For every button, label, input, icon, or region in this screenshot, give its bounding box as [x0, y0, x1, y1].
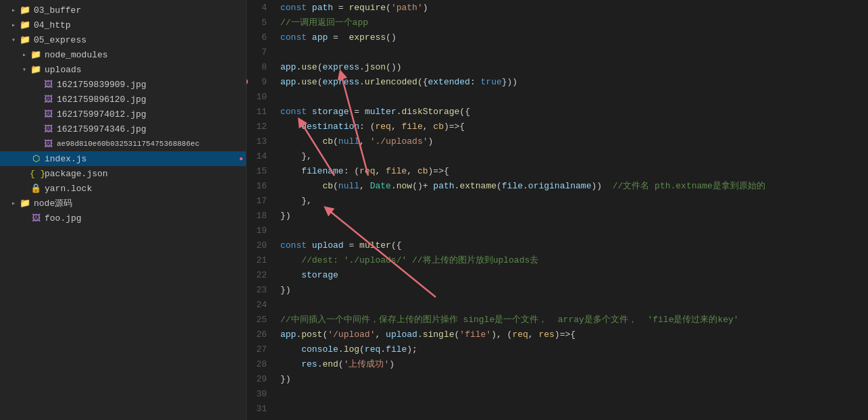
js-icon: ⬡: [30, 153, 42, 164]
folder-icon: 📁: [30, 49, 42, 60]
sidebar-item-foojpg[interactable]: 🖼 foo.jpg: [0, 211, 246, 226]
sidebar-item-indexjs[interactable]: ⬡ index.js ●: [0, 151, 246, 166]
line-content[interactable]: //中间插入一个中间件，保存上传的图片操作 single是一个文件， array…: [275, 312, 868, 327]
line-content[interactable]: [275, 297, 868, 312]
line-content[interactable]: res.end('上传成功'): [275, 357, 868, 371]
line-number: 28: [247, 357, 275, 371]
expand-arrow: [8, 36, 19, 44]
code-line-23: 23 }): [247, 282, 868, 297]
expand-arrow: [8, 21, 19, 29]
modified-indicator: ●: [239, 155, 243, 163]
code-line-24: 24: [247, 297, 868, 312]
line-number: 22: [247, 267, 275, 282]
lock-icon: 🔒: [30, 183, 42, 194]
line-number: 5: [247, 15, 275, 30]
line-number: 8: [247, 59, 275, 74]
sidebar-item-label: foo.jpg: [45, 213, 243, 224]
line-content[interactable]: filename: (req, file, cb)=>{: [275, 163, 868, 178]
sidebar-item-packagejson[interactable]: { } package.json: [0, 166, 246, 181]
code-line-9: 9 app.use(express.urlencoded({extended: …: [247, 74, 868, 89]
line-number: 9: [247, 74, 275, 89]
expand-arrow: [8, 6, 19, 14]
line-content[interactable]: [275, 401, 868, 416]
line-content[interactable]: const upload = multer({: [275, 238, 868, 253]
line-content[interactable]: [275, 45, 868, 59]
code-line-26: 26 app.post('/upload', upload.single('fi…: [247, 327, 868, 342]
line-number: 21: [247, 253, 275, 267]
line-content[interactable]: app.use(express.urlencoded({extended: tr…: [275, 74, 868, 89]
sidebar-item-05_express[interactable]: 📁 05_express: [0, 32, 246, 47]
sidebar-item-03_buffer[interactable]: 📁 03_buffer: [0, 3, 246, 18]
sidebar-item-04_http[interactable]: 📁 04_http: [0, 18, 246, 32]
line-content[interactable]: },: [275, 149, 868, 163]
line-number: 19: [247, 223, 275, 238]
line-content[interactable]: //一调用返回一个app: [275, 15, 868, 30]
code-line-19: 19: [247, 223, 868, 238]
folder-icon: 📁: [19, 20, 31, 30]
jpg-icon: 🖼: [30, 213, 42, 224]
code-line-10: 10: [247, 89, 868, 104]
line-content[interactable]: [275, 223, 868, 238]
sidebar-item-uploads[interactable]: 📁 uploads: [0, 62, 246, 77]
line-number: 13: [247, 134, 275, 149]
line-content[interactable]: },: [275, 193, 868, 208]
line-number: 14: [247, 149, 275, 163]
line-content[interactable]: }): [275, 208, 868, 223]
code-line-13: 13 cb(null, './uploads'): [247, 134, 868, 149]
code-line-29: 29 }): [247, 371, 868, 386]
folder-icon: 📁: [19, 5, 31, 16]
sidebar-item-label: index.js: [45, 154, 236, 164]
sidebar-item-label: package.json: [45, 169, 243, 179]
line-content[interactable]: }): [275, 371, 868, 386]
line-number: 27: [247, 342, 275, 357]
sidebar-item-label: node源码: [34, 197, 243, 209]
code-line-30: 30: [247, 386, 868, 401]
sidebar-item-label: ae98d810e60b032531175475368886ec: [57, 140, 243, 148]
code-editor: 4 const path = require('path') 5 //一调用返回…: [247, 0, 868, 420]
line-number: 31: [247, 401, 275, 416]
line-content[interactable]: cb(null, './uploads'): [275, 134, 868, 149]
sidebar-item-label: 05_express: [34, 35, 243, 45]
line-content[interactable]: const app = express(): [275, 30, 868, 45]
line-content[interactable]: const storage = multer.diskStorage({: [275, 104, 868, 119]
sidebar-item-label: node_modules: [45, 50, 243, 60]
sidebar-item-node-src[interactable]: 📁 node源码: [0, 196, 246, 211]
line-content[interactable]: [275, 386, 868, 401]
sidebar-item-img3[interactable]: 🖼 1621759974012.jpg: [0, 107, 246, 122]
line-number: 29: [247, 371, 275, 386]
line-content[interactable]: app.use(express.json()): [275, 59, 868, 74]
line-content[interactable]: }): [275, 282, 868, 297]
sidebar-item-img1[interactable]: 🖼 1621759839909.jpg: [0, 77, 246, 92]
code-content: 4 const path = require('path') 5 //一调用返回…: [247, 0, 868, 416]
line-content[interactable]: app.post('/upload', upload.single('file'…: [275, 327, 868, 342]
code-line-27: 27 console.log(req.file);: [247, 342, 868, 357]
line-content[interactable]: destination: (req, file, cb)=>{: [275, 119, 868, 134]
sidebar-item-img4[interactable]: 🖼 1621759974346.jpg: [0, 122, 246, 136]
sidebar-item-label: 1621759839909.jpg: [57, 80, 243, 90]
line-content[interactable]: [275, 89, 868, 104]
sidebar-item-label: 1621759974346.jpg: [57, 124, 243, 134]
sidebar-item-node_modules[interactable]: 📁 node_modules: [0, 47, 246, 62]
line-content[interactable]: //dest: './uploads/' //将上传的图片放到uploads去: [275, 253, 868, 267]
code-line-20: 20 const upload = multer({: [247, 238, 868, 253]
folder-icon: 📁: [19, 198, 31, 209]
line-content[interactable]: storage: [275, 267, 868, 282]
jpg-icon: 🖼: [42, 109, 54, 120]
sidebar-item-yarnlock[interactable]: 🔒 yarn.lock: [0, 181, 246, 196]
line-content[interactable]: console.log(req.file);: [275, 342, 868, 357]
code-line-12: 12 destination: (req, file, cb)=>{: [247, 119, 868, 134]
code-line-28: 28 res.end('上传成功'): [247, 357, 868, 371]
expand-arrow: [8, 199, 19, 207]
sidebar-item-img2[interactable]: 🖼 1621759896120.jpg: [0, 92, 246, 107]
modified-dot: [247, 79, 248, 84]
jpg-icon: 🖼: [42, 124, 54, 134]
code-line-17: 17 },: [247, 193, 868, 208]
line-number: 4: [247, 0, 275, 15]
folder-icon: 📁: [30, 64, 42, 75]
line-number: 6: [247, 30, 275, 45]
line-content[interactable]: const path = require('path'): [275, 0, 868, 15]
line-content[interactable]: cb(null, Date.now()+ path.extname(file.o…: [275, 178, 868, 193]
sidebar-item-hash[interactable]: 🖼 ae98d810e60b032531175475368886ec: [0, 136, 246, 151]
code-line-16: 16 cb(null, Date.now()+ path.extname(fil…: [247, 178, 868, 193]
sidebar-item-label: 1621759974012.jpg: [57, 109, 243, 120]
